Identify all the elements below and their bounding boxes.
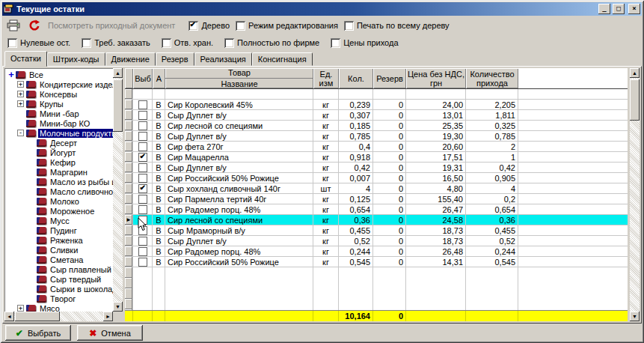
- scroll-left-icon[interactable]: ◄: [4, 312, 14, 321]
- row-checkbox[interactable]: [138, 121, 147, 130]
- tab-ostatki[interactable]: Остатки: [4, 51, 47, 67]
- checkbox-box[interactable]: [188, 21, 198, 31]
- row-checkbox[interactable]: [138, 132, 147, 141]
- tree-checkbox[interactable]: Дерево: [188, 21, 230, 31]
- select-button[interactable]: ✔ Выбрать: [5, 325, 71, 341]
- row-checkbox[interactable]: [138, 226, 147, 235]
- tree-item[interactable]: Мороженое: [4, 206, 113, 216]
- tree-item[interactable]: Творог: [4, 294, 113, 303]
- table-row[interactable]: ВСир Российский 50% Рожицекг0,007016,500…: [125, 173, 628, 183]
- tree-item[interactable]: Мини -бар: [4, 109, 113, 118]
- tree-item[interactable]: Масло сливочное: [4, 186, 113, 196]
- row-checkbox[interactable]: [138, 258, 147, 267]
- tree-vertical-scrollbar[interactable]: ▲ ▼: [113, 68, 123, 312]
- tree-item[interactable]: Масло из рыбы и: [4, 177, 113, 186]
- print-icon[interactable]: [6, 19, 21, 32]
- header-reserve[interactable]: Резерв: [373, 68, 406, 88]
- row-checkbox[interactable]: [138, 111, 147, 120]
- checkbox-box[interactable]: [82, 38, 91, 48]
- checkbox-box[interactable]: [331, 38, 340, 48]
- checkbox-box[interactable]: [344, 21, 354, 31]
- tree-item[interactable]: Кефир: [4, 157, 113, 167]
- tree-item[interactable]: +Кондитерские изделия: [4, 79, 113, 89]
- scroll-down-icon[interactable]: ▼: [630, 312, 640, 321]
- row-checkbox[interactable]: [138, 184, 147, 193]
- tree-item[interactable]: Сырки в шоколад: [4, 284, 113, 294]
- header-product[interactable]: Товар Название: [165, 68, 313, 88]
- tree-item[interactable]: Сыр твердый: [4, 274, 113, 284]
- header-unit[interactable]: Ед. изм: [313, 68, 339, 88]
- tree-item[interactable]: Пудинг: [4, 225, 113, 235]
- scrollbar-track[interactable]: [113, 78, 123, 302]
- expand-icon[interactable]: +: [17, 100, 24, 107]
- titlebar[interactable]: Текущие остатки _ □ ×: [2, 2, 642, 16]
- tree-item[interactable]: -Молочные продукты: [4, 128, 113, 138]
- table-row[interactable]: ВСыр Дуплет в/укг0,52018,730,52: [125, 236, 628, 246]
- row-checkbox[interactable]: [138, 216, 147, 225]
- table-row[interactable]: ВСир Российский 50% Рожицекг0,545014,310…: [125, 257, 628, 267]
- responsible-storage-checkbox[interactable]: Отв. хран.: [162, 38, 213, 48]
- cancel-button[interactable]: ✖ Отмена: [77, 325, 143, 341]
- minimize-button[interactable]: _: [598, 4, 610, 14]
- tree-item[interactable]: Сметана: [4, 255, 113, 264]
- edit-mode-checkbox[interactable]: Режим редактирования: [236, 21, 338, 31]
- scrollbar-thumb[interactable]: [113, 79, 123, 132]
- header-qty[interactable]: Кол.: [339, 68, 373, 88]
- tab-reserve[interactable]: Резерв: [156, 52, 194, 66]
- scroll-up-icon[interactable]: ▲: [113, 68, 123, 78]
- header-select[interactable]: Выб: [133, 68, 153, 88]
- tree-item[interactable]: Ряженка: [4, 235, 113, 245]
- scrollbar-track[interactable]: [14, 312, 103, 321]
- scrollbar-thumb[interactable]: [15, 312, 60, 321]
- tree-item[interactable]: Мини-бар КО: [4, 118, 113, 128]
- scroll-down-icon[interactable]: ▼: [113, 302, 123, 312]
- table-row[interactable]: ВСыр Дуплет в/укг0,307013,011,811: [125, 110, 628, 121]
- row-checkbox[interactable]: [138, 237, 147, 246]
- print-whole-tree-checkbox[interactable]: Печать по всему дереву: [344, 21, 450, 31]
- table-row[interactable]: ►ВСир лесной со специямикг0,36024,580,36: [125, 215, 628, 225]
- income-prices-checkbox[interactable]: Цены прихода: [331, 38, 398, 48]
- scrollbar-track[interactable]: [630, 78, 640, 312]
- scroll-up-icon[interactable]: ▲: [630, 68, 640, 78]
- tree-item[interactable]: Маргарин: [4, 167, 113, 177]
- table-row[interactable]: ВСир фета 270гкг0,4020,602: [125, 142, 628, 152]
- tree-item[interactable]: +Мясо: [4, 303, 113, 312]
- table-row[interactable]: ВСир Радомер порц. 48%кг0,244026,480,244: [125, 246, 628, 257]
- expand-icon[interactable]: +: [17, 305, 24, 312]
- table-row[interactable]: ВСир Пармелла тертий 40гкг0,1250155,400,…: [125, 194, 628, 204]
- table-row[interactable]: ВСыр Мраморный в/укг0,455018,730,455: [125, 225, 628, 236]
- table-row[interactable]: [125, 89, 628, 100]
- table-row[interactable]: ВСыр хохланд сливочный 140гшт404,804: [125, 183, 628, 194]
- tree-item[interactable]: Йогурт: [4, 148, 113, 157]
- tab-barcodes[interactable]: Штрих-коды: [47, 52, 105, 66]
- expand-icon[interactable]: +: [17, 91, 24, 97]
- row-checkbox[interactable]: [138, 174, 147, 183]
- tree-item[interactable]: Мусс: [4, 216, 113, 225]
- header-a[interactable]: А: [153, 68, 165, 88]
- tab-consignment[interactable]: Консигнация: [252, 52, 313, 66]
- scrollbar-thumb[interactable]: [630, 79, 640, 121]
- scroll-right-icon[interactable]: ►: [103, 312, 113, 321]
- checkbox-box[interactable]: [236, 21, 245, 31]
- row-checkbox[interactable]: [138, 205, 147, 214]
- tree-item[interactable]: Сливки: [4, 245, 113, 255]
- row-checkbox[interactable]: [138, 153, 147, 162]
- table-row[interactable]: ВСыр Дуплет в/укг0,42019,310,42: [125, 163, 628, 173]
- tree-item[interactable]: Сыр плавленый: [4, 264, 113, 274]
- tree-item[interactable]: Десерт: [4, 138, 113, 148]
- tab-movement[interactable]: Движение: [105, 52, 156, 66]
- row-checkbox[interactable]: [138, 247, 147, 256]
- refresh-icon[interactable]: [27, 19, 42, 32]
- zero-stock-checkbox[interactable]: Нулевые ост.: [7, 38, 70, 48]
- checkbox-box[interactable]: [7, 38, 17, 48]
- row-checkbox[interactable]: [138, 100, 147, 109]
- grid-vertical-scrollbar[interactable]: ▲ ▼: [630, 68, 640, 321]
- table-row[interactable]: ВСир Королевский 45%кг0,239024,002,205: [125, 100, 628, 110]
- table-row[interactable]: ВСир Мацареллакг0,918017,511: [125, 152, 628, 163]
- view-income-doc-link[interactable]: Посмотреть приходный документ: [48, 21, 175, 30]
- tab-realization[interactable]: Реализация: [194, 52, 252, 66]
- close-button[interactable]: ×: [628, 4, 640, 14]
- tree-horizontal-scrollbar[interactable]: ◄ ►: [4, 312, 113, 321]
- row-checkbox[interactable]: [138, 142, 147, 151]
- expand-icon[interactable]: +: [17, 81, 24, 88]
